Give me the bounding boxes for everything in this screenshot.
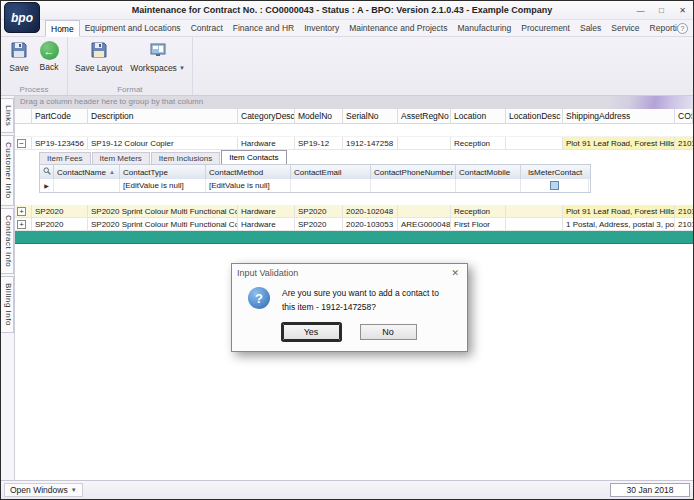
grid-cell[interactable]: Plot 91 Leaf Road, Forest Hills,...	[563, 137, 675, 149]
grid-cell[interactable]: Plot 91 Leaf Road, Forest Hills,...	[563, 205, 675, 217]
ismetercontact-checkbox[interactable]	[550, 181, 559, 190]
column-header-location[interactable]: Location	[451, 109, 506, 124]
grid-cell[interactable]: 1912-147258	[343, 137, 398, 149]
table-row[interactable]: − SP19-123456 SP19-12 Colour Copier Hard…	[15, 137, 693, 150]
filter-button[interactable]	[40, 165, 54, 179]
grid-cell[interactable]: SP2020	[295, 218, 343, 230]
grid-cell[interactable]: SP2020	[32, 205, 88, 217]
ribbon-tab-service[interactable]: Service	[606, 20, 644, 36]
grid-cell[interactable]: Reception	[451, 205, 506, 217]
save-layout-button[interactable]: Save Layout	[71, 39, 126, 83]
grid-cell[interactable]: 2101	[675, 137, 693, 149]
column-header-contactphonenumber[interactable]: ContactPhoneNumber	[371, 165, 456, 179]
grid-cell[interactable]: Hardware	[238, 218, 295, 230]
expand-row-button[interactable]: +	[17, 207, 26, 216]
contactmobile-cell[interactable]	[456, 179, 521, 192]
ribbon-tab-maintenance-and-projects[interactable]: Maintenance and Projects	[344, 20, 452, 36]
contactphonenumber-cell[interactable]	[371, 179, 456, 192]
contactname-cell[interactable]	[54, 179, 120, 192]
grid-cell[interactable]: Hardware	[238, 205, 295, 217]
column-header-contactemail[interactable]: ContactEmail	[291, 165, 371, 179]
ribbon-tab-contract[interactable]: Contract	[186, 20, 228, 36]
maximize-button[interactable]: □	[651, 1, 672, 19]
tab-item-inclusions[interactable]: Item Inclusions	[151, 152, 220, 164]
open-windows-button[interactable]: Open Windows ▼	[4, 483, 83, 497]
detail-row[interactable]: ▶ [EditValue is null] [EditValue is null…	[40, 179, 590, 192]
grid-cell[interactable]: SP19-12 Colour Copier	[88, 137, 238, 149]
column-header-shippingaddress[interactable]: ShippingAddress	[563, 109, 675, 124]
search-icon	[43, 167, 51, 177]
column-header-contactmobile[interactable]: ContactMobile	[456, 165, 521, 179]
grid-cell[interactable]: 2101	[675, 218, 693, 230]
close-button[interactable]: ✕	[672, 1, 693, 19]
column-header-serialno[interactable]: SerialNo	[343, 109, 398, 124]
window-controls: — □ ✕	[630, 1, 693, 19]
column-header-contacttype[interactable]: ContactType	[120, 165, 206, 179]
collapse-row-button[interactable]: −	[17, 139, 26, 148]
grid-cell[interactable]: SP2020 Sprint Colour Multi Functional Co…	[88, 205, 238, 217]
workspaces-button[interactable]: Workspaces ▼	[126, 39, 189, 83]
side-tab-customer-info[interactable]: Customer Info	[1, 135, 14, 206]
contactmethod-cell[interactable]: [EditValue is null]	[206, 179, 291, 192]
yes-button[interactable]: Yes	[283, 324, 340, 340]
table-row[interactable]: + SP2020 SP2020 Sprint Colour Multi Func…	[15, 205, 693, 218]
column-header-cosa[interactable]: COSA	[675, 109, 693, 124]
ribbon-tab-sales[interactable]: Sales	[575, 20, 606, 36]
selected-row[interactable]	[15, 231, 693, 244]
ribbon-tab-inventory[interactable]: Inventory	[299, 20, 344, 36]
chevron-down-icon: ▼	[179, 65, 185, 71]
ribbon-tab-finance-and-hr[interactable]: Finance and HR	[228, 20, 299, 36]
grid-cell[interactable]: SP19-12	[295, 137, 343, 149]
grid-cell[interactable]: 2020-102048	[343, 205, 398, 217]
column-header-modelno[interactable]: ModelNo	[295, 109, 343, 124]
save-button[interactable]: Save	[4, 39, 34, 83]
grid-cell[interactable]	[398, 137, 451, 149]
grid-cell[interactable]: SP2020	[32, 218, 88, 230]
side-tab-contract-info[interactable]: Contract Info	[1, 208, 14, 274]
help-icon[interactable]: ?	[677, 23, 688, 34]
back-button-label: Back	[40, 62, 59, 72]
grid-cell[interactable]: SP2020	[295, 205, 343, 217]
grid-cell[interactable]	[506, 205, 563, 217]
ribbon-tab-equipment-and-locations[interactable]: Equipment and Locations	[80, 20, 186, 36]
column-header-assetregno[interactable]: AssetRegNo	[398, 109, 451, 124]
grid-cell[interactable]: 2101	[675, 205, 693, 217]
grid-cell[interactable]	[506, 218, 563, 230]
column-header-ismetercontact[interactable]: IsMeterContact	[521, 165, 589, 179]
side-tab-billing-info[interactable]: Billing Info	[1, 276, 14, 333]
column-header-locationdesc[interactable]: LocationDesc	[506, 109, 563, 124]
tab-item-contacts[interactable]: Item Contacts	[221, 150, 286, 164]
side-tab-links[interactable]: Links	[1, 98, 14, 133]
grid-cell[interactable]	[506, 137, 563, 149]
dialog-close-button[interactable]: ✕	[448, 268, 462, 278]
column-header-categorydesc[interactable]: CategoryDesc	[238, 109, 295, 124]
minimize-button[interactable]: —	[630, 1, 651, 19]
no-button[interactable]: No	[360, 324, 417, 340]
grid-cell[interactable]: First Floor	[451, 218, 506, 230]
contactemail-cell[interactable]	[291, 179, 371, 192]
grid-cell[interactable]: Reception	[451, 137, 506, 149]
grid-cell[interactable]: 2020-103053	[343, 218, 398, 230]
back-button[interactable]: ← Back	[34, 39, 64, 83]
table-row[interactable]: + SP2020 SP2020 Sprint Colour Multi Func…	[15, 218, 693, 231]
column-header-contactmethod[interactable]: ContactMethod	[206, 165, 291, 179]
column-header-contactname[interactable]: ContactName ▲	[54, 165, 120, 179]
ribbon-tab-manufacturing[interactable]: Manufacturing	[452, 20, 516, 36]
ribbon-tab-home[interactable]: Home	[45, 20, 80, 37]
tab-item-meters[interactable]: Item Meters	[92, 152, 150, 164]
date-field[interactable]: 30 Jan 2018	[610, 483, 690, 497]
tab-item-fees[interactable]: Item Fees	[39, 152, 91, 164]
grid-cell[interactable]: AREG000048	[398, 218, 451, 230]
grid-cell[interactable]: 1 Postal, Address, postal 3, po...	[563, 218, 675, 230]
grid-cell[interactable]	[398, 205, 451, 217]
grid-cell[interactable]: SP19-123456	[32, 137, 88, 149]
grid-cell[interactable]: Hardware	[238, 137, 295, 149]
grid-blank-row	[15, 124, 693, 137]
column-header-partcode[interactable]: PartCode	[32, 109, 88, 124]
grid-cell[interactable]: SP2020 Sprint Colour Multi Functional Co…	[88, 218, 238, 230]
ribbon-group-process: Save ← Back Process	[1, 37, 68, 95]
column-header-description[interactable]: Description	[88, 109, 238, 124]
expand-row-button[interactable]: +	[17, 220, 26, 229]
ribbon-tab-procurement[interactable]: Procurement	[516, 20, 575, 36]
contacttype-cell[interactable]: [EditValue is null]	[120, 179, 206, 192]
